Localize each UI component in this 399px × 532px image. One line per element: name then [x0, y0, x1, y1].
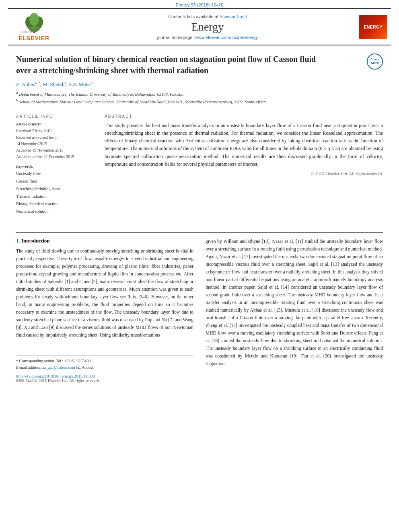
section-divider: [16, 232, 383, 233]
article-title: Numerical solution of binary chemical re…: [16, 53, 330, 76]
divider: [16, 110, 383, 110]
keyword-1: Unsteady flow: [16, 170, 97, 178]
corresponding-footnote: * Corresponding author. Tel.: +92 62 925…: [16, 358, 193, 364]
page-wrapper: Energy 95 (2016) 12–20 SCIENTIA ET LUX E…: [0, 0, 399, 391]
publisher-logo-area: SCIENTIA ET LUX ELSEVIER: [8, 9, 60, 45]
authors-line: Z. Abbasa, *, M. Sheikha, S.S. Motsab: [16, 81, 383, 88]
homepage-link[interactable]: www.elsevier.com/locate/energy: [195, 35, 258, 40]
history-label: Article history:: [16, 122, 97, 126]
email-link[interactable]: za_qau@yahoo.com: [42, 365, 75, 370]
intro-paragraph-right1: given by William and Rhyne [10], Nazar e…: [206, 238, 383, 367]
author2-name: M. Sheikh: [43, 81, 64, 87]
svg-point-4: [29, 13, 39, 26]
email-footnote: E-mail address: za_qau@yahoo.com (Z. Abb…: [16, 364, 193, 371]
keyword-3: Stretching/shrinking sheet: [16, 185, 97, 193]
elsevier-logo: SCIENTIA ET LUX ELSEVIER: [18, 12, 50, 41]
elsevier-wordmark: ELSEVIER: [19, 35, 49, 41]
keywords-label: Keywords:: [16, 164, 97, 168]
journal-name: Energy: [191, 21, 224, 33]
journal-title-area: Contents lists available at ScienceDirec…: [60, 9, 355, 45]
svg-text:SCIENTIA: SCIENTIA: [21, 31, 33, 33]
abstract-text: This study presents the heat and mass tr…: [105, 122, 383, 168]
elsevier-tree-icon: SCIENTIA ET LUX: [18, 12, 50, 34]
journal-citation: Energy 95 (2016) 12–20: [0, 0, 399, 8]
intro-paragraph1: The study of fluid flowing due to contin…: [16, 247, 193, 339]
author1-sup: a, *: [35, 81, 40, 85]
online-date: Available online 22 December 2015: [16, 154, 97, 160]
sciencedirect-link[interactable]: ScienceDirect: [220, 14, 247, 19]
revised-date: 14 November 2015: [16, 141, 97, 147]
doi-link[interactable]: http://dx.doi.org/10.1016/j.energy.2015.…: [16, 374, 193, 378]
keyword-2: Casson fluid: [16, 178, 97, 185]
energy-logo-area: ENERGY: [355, 9, 391, 45]
footer-links: http://dx.doi.org/10.1016/j.energy.2015.…: [16, 374, 193, 383]
body-content: 1. Introduction The study of fluid flowi…: [0, 224, 399, 391]
footnotes-section: * Corresponding author. Tel.: +92 62 925…: [16, 355, 193, 371]
abstract-header: ABSTRACT: [105, 114, 383, 119]
article-info-abstract-row: ARTICLE INFO Article history: Received 7…: [16, 114, 383, 216]
journal-header: SCIENTIA ET LUX ELSEVIER Contents lists …: [8, 8, 391, 45]
copyright-text: © 2015 Elsevier Ltd. All rights reserved…: [105, 171, 383, 176]
introduction-two-col: 1. Introduction The study of fluid flowi…: [16, 238, 383, 383]
author3-name: S.S. Motsa: [69, 81, 92, 87]
affiliation-a: a Department of Mathematics, The Islamia…: [16, 90, 383, 97]
affiliations-section: a Department of Mathematics, The Islamia…: [16, 90, 383, 105]
revised-label: Received in revised form: [16, 134, 97, 141]
keyword-4: Thermal radiation: [16, 193, 97, 201]
issn-text: 0360-5442/© 2015 Elsevier Ltd. All right…: [16, 378, 193, 383]
section1-title: 1. Introduction: [16, 238, 193, 244]
keywords-section: Keywords: Unsteady flow Casson fluid Str…: [16, 164, 97, 216]
body-left-col: 1. Introduction The study of fluid flowi…: [16, 238, 193, 383]
contents-label: Contents lists available at ScienceDirec…: [168, 14, 247, 19]
author2-sup: a: [65, 81, 66, 85]
article-info-col: ARTICLE INFO Article history: Received 7…: [16, 114, 97, 216]
journal-info-text: Energy 95 (2016) 12–20: [176, 2, 224, 7]
author3-sup: b: [92, 81, 94, 85]
article-info-header: ARTICLE INFO: [16, 114, 97, 119]
crossmark-badge[interactable]: CrossMark: [367, 53, 383, 70]
received-date: Received 7 May 2015: [16, 128, 97, 134]
homepage-label: journal homepage: www.elsevier.com/locat…: [157, 35, 258, 40]
abstract-col: ABSTRACT This study presents the heat an…: [105, 114, 383, 216]
svg-text:ET LUX: ET LUX: [22, 34, 29, 34]
author1-name: Z. Abbas: [16, 81, 35, 87]
energy-logo: ENERGY: [359, 15, 387, 39]
accepted-date: Accepted 19 November 2015: [16, 147, 97, 154]
article-header-section: Numerical solution of binary chemical re…: [0, 45, 399, 224]
keyword-6: Numerical solution: [16, 208, 97, 216]
crossmark-circle: CrossMark: [367, 53, 383, 70]
body-right-col: given by William and Rhyne [10], Nazar e…: [206, 238, 383, 383]
affiliation-b: b School of Mathematics, Statistics and …: [16, 98, 383, 105]
keyword-5: Binary chemical reaction: [16, 200, 97, 208]
